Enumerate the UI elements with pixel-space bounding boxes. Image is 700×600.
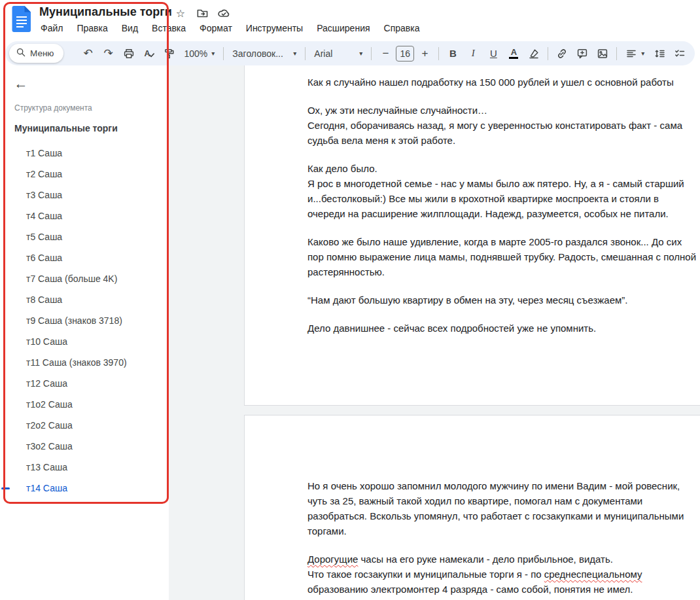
menu-tools[interactable]: Инструменты xyxy=(241,21,308,35)
menu-help[interactable]: Справка xyxy=(379,21,425,35)
text-run: Сегодня, оборачиваясь назад, я могу с ув… xyxy=(307,120,682,146)
outline-item[interactable]: т1 Саша xyxy=(0,143,169,164)
paragraph: Каково же было наше удивление, когда в м… xyxy=(307,234,697,279)
outline-item[interactable]: т8 Саша xyxy=(0,289,169,310)
cloud-status-icon xyxy=(217,7,230,20)
page-2-text[interactable]: Но я очень хорошо запомнил молодого мужч… xyxy=(245,415,700,600)
outline-item[interactable]: т7 Саша (больше 4K) xyxy=(0,268,169,289)
chevron-down-icon: ▾ xyxy=(359,50,362,57)
text-run: Но я очень хорошо запомнил молодого мужч… xyxy=(307,480,684,537)
paragraph: Как я случайно нашел подработку на 150 0… xyxy=(307,75,697,90)
close-outline-button[interactable]: ← xyxy=(10,73,31,94)
document-page-2[interactable]: Но я очень хорошо запомнил молодого мужч… xyxy=(244,415,700,600)
text-run: Каково же было наше удивление, когда в м… xyxy=(307,236,696,277)
decrease-font-size-button[interactable]: − xyxy=(376,44,395,63)
print-button[interactable] xyxy=(119,44,139,63)
misspelled-word: среднеспециальному xyxy=(544,569,642,580)
outline-item[interactable]: т10 Саша xyxy=(0,331,169,352)
menu-file[interactable]: Файл xyxy=(35,21,68,35)
font-size-input[interactable]: 16 xyxy=(396,46,414,62)
menu-insert[interactable]: Вставка xyxy=(147,21,191,35)
outline-heading[interactable]: Муниципальные торги xyxy=(14,123,118,133)
undo-button[interactable]: ↶ xyxy=(79,44,98,63)
highlight-color-button[interactable] xyxy=(524,44,544,63)
checklist-button[interactable] xyxy=(670,44,690,63)
menubar: Файл Правка Вид Вставка Формат Инструмен… xyxy=(35,21,425,35)
menu-edit[interactable]: Правка xyxy=(71,21,113,35)
outline-item[interactable]: т6 Саша xyxy=(0,247,169,268)
outline-panel: ← Структура документа Муниципальные торг… xyxy=(0,65,169,600)
increase-font-size-button[interactable]: + xyxy=(415,44,434,63)
star-icon[interactable]: ☆ xyxy=(174,7,187,20)
misspelled-word: Дорогущие xyxy=(307,554,358,565)
chevron-down-icon: ▾ xyxy=(641,50,644,57)
outline-item[interactable]: т14 Саша xyxy=(0,478,169,499)
outline-item[interactable]: т13 Саша xyxy=(0,457,169,478)
toolbar-divider xyxy=(305,47,306,60)
outline-item[interactable]: т4 Саша xyxy=(0,205,169,226)
insert-link-button[interactable] xyxy=(552,44,572,63)
outline-item[interactable]: т9 Саша (знаков 3718) xyxy=(0,310,169,331)
toolbar-divider xyxy=(616,47,617,60)
menu-search-label: Меню xyxy=(30,48,54,58)
menu-view[interactable]: Вид xyxy=(116,21,143,35)
outline-item[interactable]: т3о2 Саша xyxy=(0,436,169,457)
outline-item[interactable]: т5 Саша xyxy=(0,226,169,247)
zoom-value: 100% xyxy=(184,48,208,59)
outline-panel-label: Структура документа xyxy=(14,103,92,113)
text-run: Что такое госзакупки и муниципальные тор… xyxy=(307,569,544,580)
text-run: образованию электромонтер 4 разряда - са… xyxy=(307,584,633,595)
menu-search-button[interactable]: Меню xyxy=(9,44,63,63)
chevron-down-icon: ▾ xyxy=(211,50,215,57)
paragraph: Ох, уж эти неслучайные случайности…Сегод… xyxy=(307,103,697,148)
paint-format-button[interactable] xyxy=(160,44,179,63)
paragraph: Дорогущие часы на его руке намекали - де… xyxy=(307,552,697,597)
google-docs-window: Муниципальные торги ☆ Файл Правка Вид Вс… xyxy=(0,0,700,600)
bold-button[interactable]: B xyxy=(443,44,463,63)
insert-image-button[interactable] xyxy=(593,44,612,63)
outline-item[interactable]: т3 Саша xyxy=(0,185,169,205)
add-comment-button[interactable] xyxy=(572,44,592,63)
text-color-swatch xyxy=(509,57,518,59)
svg-text:A: A xyxy=(144,49,150,58)
docs-logo-icon[interactable] xyxy=(12,5,31,33)
document-page-1[interactable]: Как я случайно нашел подработку на 150 0… xyxy=(244,65,700,406)
font-family-select[interactable]: Arial ▾ xyxy=(309,44,367,63)
font-family-value: Arial xyxy=(314,48,332,59)
page-1-text[interactable]: Как я случайно нашел подработку на 150 0… xyxy=(245,65,700,336)
redo-button[interactable]: ↷ xyxy=(99,44,118,63)
paragraph: Как дело было.Я рос в многодетной семье … xyxy=(307,161,697,221)
text-run: Дело давнишнее - сейчас всех подробносте… xyxy=(307,323,596,334)
outline-item[interactable]: т2 Саша xyxy=(0,164,169,185)
text-run: Как я случайно нашел подработку на 150 0… xyxy=(307,77,674,88)
toolbar-divider xyxy=(223,47,224,60)
text-color-button[interactable]: A xyxy=(504,44,523,63)
text-run: “Нам дают большую квартиру в обмен на эт… xyxy=(307,294,628,306)
paragraph-style-select[interactable]: Заголовок... ▾ xyxy=(228,44,301,63)
move-folder-icon[interactable] xyxy=(196,7,209,20)
italic-button[interactable]: I xyxy=(463,44,483,63)
spellcheck-button[interactable]: A xyxy=(139,44,159,63)
document-canvas: Как я случайно нашел подработку на 150 0… xyxy=(169,65,700,600)
toolbar-divider xyxy=(438,47,439,60)
outline-item[interactable]: т11 Саша (знаков 3970) xyxy=(0,352,169,373)
outline-item[interactable]: т2о2 Саша xyxy=(0,415,169,436)
toolbar-divider xyxy=(548,47,548,60)
document-title[interactable]: Муниципальные торги xyxy=(39,5,172,19)
outline-item[interactable]: т1о2 Саша xyxy=(0,394,169,415)
outline-item[interactable]: т12 Саша xyxy=(0,373,169,394)
menu-extensions[interactable]: Расширения xyxy=(311,21,375,35)
search-icon xyxy=(16,47,26,60)
menu-format[interactable]: Формат xyxy=(194,21,237,35)
toolbar: Меню ↶ ↷ A xyxy=(5,41,695,65)
active-outline-indicator xyxy=(1,487,10,489)
text-run: Я рос в многодетной семье - нас у мамы б… xyxy=(307,178,684,219)
toolbar-divider xyxy=(371,47,372,60)
text-run: часы на его руке намекали - дело прибыль… xyxy=(358,554,613,565)
align-select[interactable]: ▾ xyxy=(621,44,649,63)
underline-button[interactable]: U xyxy=(483,44,503,63)
zoom-select[interactable]: 100% ▾ xyxy=(180,44,220,63)
line-spacing-button[interactable] xyxy=(650,44,669,63)
text-run: Как дело было. xyxy=(307,163,377,174)
paragraph-style-value: Заголовок... xyxy=(232,48,283,59)
